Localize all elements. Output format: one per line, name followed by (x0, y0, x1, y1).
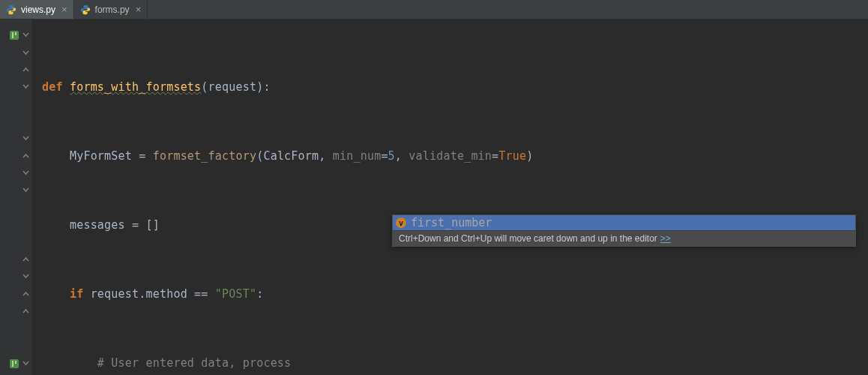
autocomplete-popup[interactable]: v first_number Ctrl+Down and Ctrl+Up wil… (392, 214, 856, 247)
fold-icon[interactable] (22, 83, 29, 91)
tab-label: forms.py (95, 4, 130, 15)
code-area[interactable]: def forms_with_formsets(request): MyForm… (31, 20, 868, 375)
fold-icon[interactable] (22, 66, 29, 74)
variable-icon: v (396, 218, 406, 228)
fold-icon[interactable] (22, 290, 29, 298)
code-line: if request.method == "POST": (42, 286, 868, 303)
tab-label: views.py (21, 4, 55, 15)
tab-bar: views.py × forms.py × (0, 0, 868, 20)
fold-icon[interactable] (22, 273, 29, 280)
svg-rect-3 (10, 359, 19, 368)
tab-forms[interactable]: forms.py × (74, 0, 148, 19)
python-file-icon (6, 4, 16, 15)
fold-icon[interactable] (22, 152, 29, 160)
scroll-marker-gutter (859, 20, 868, 375)
svg-rect-4 (12, 361, 13, 367)
tab-views[interactable]: views.py × (0, 0, 74, 19)
python-file-icon (80, 4, 91, 15)
svg-rect-1 (12, 32, 13, 38)
fold-icon[interactable] (22, 360, 29, 368)
close-icon[interactable]: × (134, 4, 143, 15)
suggestion-text: first_number (411, 216, 492, 230)
svg-rect-5 (15, 361, 16, 364)
fold-icon[interactable] (22, 170, 29, 177)
gutter (0, 20, 31, 375)
structure-icon[interactable] (9, 358, 21, 370)
code-line: # User entered data, process (42, 355, 868, 372)
structure-icon[interactable] (9, 30, 21, 42)
autocomplete-suggestion[interactable]: v first_number (393, 215, 855, 230)
fold-icon[interactable] (22, 308, 29, 315)
code-line: def forms_with_formsets(request): (42, 79, 868, 96)
fold-icon[interactable] (22, 50, 29, 57)
close-icon[interactable]: × (60, 4, 69, 15)
editor-area[interactable]: def forms_with_formsets(request): MyForm… (0, 20, 868, 375)
fold-icon[interactable] (22, 187, 29, 194)
more-link[interactable]: >> (660, 233, 671, 244)
tip-text: Ctrl+Down and Ctrl+Up will move caret do… (399, 233, 657, 244)
fold-icon[interactable] (22, 32, 29, 39)
fold-icon[interactable] (22, 135, 29, 142)
svg-rect-2 (15, 32, 16, 35)
autocomplete-tip: Ctrl+Down and Ctrl+Up will move caret do… (393, 230, 855, 246)
svg-rect-0 (10, 31, 19, 40)
fold-icon[interactable] (22, 256, 29, 263)
code-line: MyFormSet = formset_factory(CalcForm, mi… (42, 148, 868, 165)
